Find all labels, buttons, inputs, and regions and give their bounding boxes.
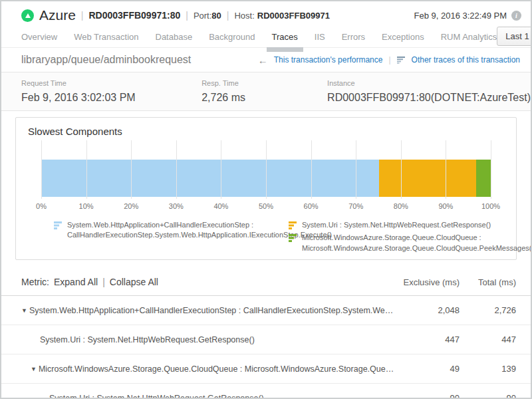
bar-segment [41, 160, 379, 197]
summary-field-resp-time: Resp. Time2,726 ms [201, 79, 327, 104]
metric-name: System.Uri : System.Net.HttpWebRequest.G… [40, 335, 255, 344]
time-range-picker[interactable]: Last 1 Day▾ [497, 27, 532, 46]
column-header-total: Total (ms) [460, 277, 516, 287]
axis-tick-label: 50% [259, 202, 273, 210]
tab-database[interactable]: Database [156, 27, 193, 47]
chart-legend: System.Web.HttpApplication+CallHandlerEx… [54, 220, 496, 253]
field-value: 2,726 ms [201, 92, 327, 104]
chart-grid [41, 140, 491, 199]
tab-traces[interactable]: Traces [272, 27, 298, 47]
bar-segment [379, 160, 477, 197]
metric-cell: System.Uri : System.Net.HttpWebRequest.G… [1, 394, 396, 399]
summary-field-instance: InstanceRD0003FFB09971:80(DOTNET:AzureTe… [327, 79, 531, 104]
axis-tick-label: 70% [348, 202, 363, 210]
header-right: Feb 9, 2016 3:22:49 PM i [414, 11, 521, 21]
field-value: RD0003FFB09971:80(DOTNET:AzureTest) [327, 92, 531, 104]
collapse-toggle-icon[interactable]: ▼ [31, 366, 37, 372]
separator: | [388, 55, 390, 65]
back-arrow-icon: ← [258, 55, 268, 65]
legend-item: Microsoft.WindowsAzure.Storage.Queue.Clo… [289, 233, 532, 253]
transaction-performance-link[interactable]: This transaction's performance [274, 55, 383, 65]
nav-tabs: OverviewWeb TransactionDatabaseBackgroun… [21, 27, 497, 47]
transaction-links: ← This transaction's performance | Other… [258, 55, 520, 65]
separator: | [186, 10, 188, 21]
collapse-toggle-icon[interactable]: ▼ [21, 307, 27, 314]
nav-actions: Last 1 Day▾ ≡ [497, 27, 532, 46]
trace-summary-row: Request TimeFeb 9, 2016 3:02:03 PMResp. … [1, 72, 531, 111]
axis-tick-label: 60% [304, 202, 319, 210]
axis-tick-label: 10% [79, 202, 94, 210]
axis-tick-label: 0% [36, 202, 47, 210]
component-bars-icon [289, 234, 297, 242]
separator: | [81, 10, 84, 21]
tab-rum-analytics[interactable]: RUM Analytics [441, 27, 497, 47]
metric-label: Metric: [21, 277, 49, 287]
instance-title: RD0003FFB09971:80 [89, 10, 181, 21]
panel-title: Slowest Components [28, 126, 516, 137]
tab-iis[interactable]: IIS [315, 27, 325, 47]
nav-row: OverviewWeb TransactionDatabaseBackgroun… [1, 27, 531, 48]
metric-name: Microsoft.WindowsAzure.Storage.Queue.Clo… [39, 364, 396, 374]
tab-background[interactable]: Background [209, 27, 255, 47]
slowest-components-panel: Slowest Components 0%10%20%30%40%50%60%7… [15, 117, 517, 260]
tab-exceptions[interactable]: Exceptions [382, 27, 424, 47]
app-window: Azure | RD0003FFB09971:80 | Port:80 | Ho… [0, 0, 532, 399]
column-header-exclusive: Exclusive (ms) [396, 277, 460, 287]
trace-row: System.Uri : System.Net.HttpWebRequest.G… [1, 325, 531, 354]
metric-name: System.Uri : System.Net.HttpWebRequest.G… [49, 394, 264, 399]
trace-list-icon [397, 57, 406, 64]
info-icon[interactable]: i [511, 11, 521, 21]
gridline [311, 140, 312, 199]
stacked-bar-chart: 0%10%20%30%40%50%60%70%80%90%100% [41, 140, 491, 212]
exclusive-value: 447 [396, 334, 460, 344]
other-traces-link[interactable]: Other traces of this transaction [412, 55, 520, 65]
total-value: 139 [460, 364, 516, 374]
axis-tick-label: 40% [213, 202, 228, 210]
field-value: Feb 9, 2016 3:02:03 PM [21, 92, 201, 104]
gridline [131, 140, 132, 199]
axis-tick-label: 100% [481, 202, 500, 210]
total-value: 90 [460, 393, 516, 399]
tab-overview[interactable]: Overview [21, 27, 57, 47]
separator: | [102, 277, 105, 287]
tab-web-transaction[interactable]: Web Transaction [74, 27, 138, 47]
collapse-all-link[interactable]: Collapse All [110, 277, 158, 287]
field-label: Instance [327, 79, 531, 87]
component-bars-icon [54, 221, 63, 229]
gridline [401, 140, 402, 199]
transaction-name: libraryapp/queue/adminbookrequest [21, 54, 191, 66]
component-bars-icon [289, 221, 297, 229]
gridline [221, 140, 221, 199]
metric-tools: Metric: Expand All | Collapse All [21, 277, 396, 287]
gridline [41, 140, 42, 199]
summary-field-request-time: Request TimeFeb 9, 2016 3:02:03 PM [21, 79, 201, 104]
metric-cell: System.Uri : System.Net.HttpWebRequest.G… [1, 335, 396, 344]
trace-row[interactable]: ▼System.Web.HttpApplication+CallHandlerE… [1, 296, 531, 325]
metric-cell: ▼System.Web.HttpApplication+CallHandlerE… [1, 306, 396, 315]
tab-errors[interactable]: Errors [342, 27, 365, 47]
expand-all-link[interactable]: Expand All [54, 277, 98, 287]
gridline [356, 140, 356, 199]
app-identity: Azure | RD0003FFB09971:80 | Port:80 | Ho… [21, 7, 330, 23]
legend-item: System.Web.HttpApplication+CallHandlerEx… [54, 220, 289, 241]
trace-rows: ▼System.Web.HttpApplication+CallHandlerE… [1, 295, 531, 399]
app-name: Azure [39, 7, 76, 23]
exclusive-value: 49 [396, 364, 460, 374]
axis-tick-label: 30% [169, 202, 184, 210]
gridline [266, 140, 267, 199]
gridline [491, 140, 491, 199]
gridline [446, 140, 446, 199]
metric-name: System.Web.HttpApplication+CallHandlerEx… [29, 306, 396, 315]
port-info: Port:80 [194, 11, 221, 21]
separator: | [227, 10, 229, 21]
legend-item: System.Uri : System.Net.HttpWebRequest.G… [289, 220, 532, 230]
bar-segment [476, 160, 491, 197]
app-header: Azure | RD0003FFB09971:80 | Port:80 | Ho… [1, 1, 531, 27]
host-info: Host:RD0003FFB09971 [234, 11, 329, 21]
x-axis: 0%10%20%30%40%50%60%70%80%90%100% [41, 202, 491, 212]
trace-row[interactable]: ▼Microsoft.WindowsAzure.Storage.Queue.Cl… [1, 354, 531, 384]
field-label: Request Time [21, 79, 201, 87]
trace-table-header: Metric: Expand All | Collapse All Exclus… [1, 267, 531, 295]
up-arrow-icon [25, 13, 31, 18]
legend-column-1: System.Web.HttpApplication+CallHandlerEx… [54, 220, 289, 253]
